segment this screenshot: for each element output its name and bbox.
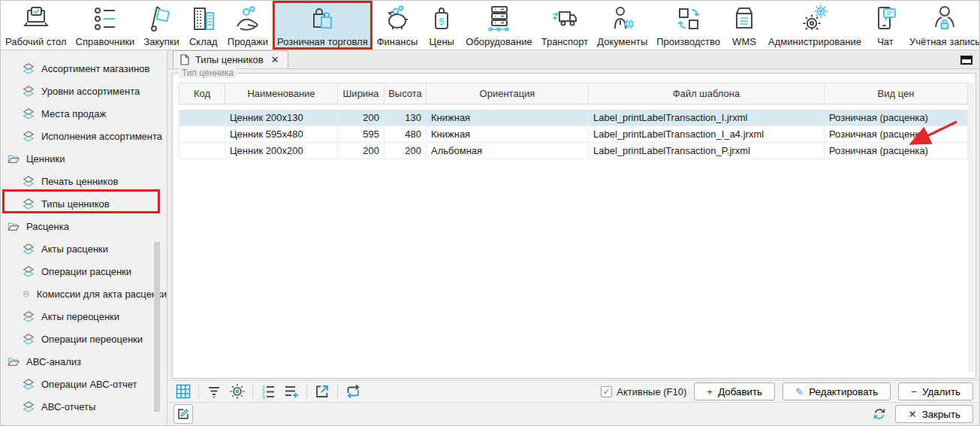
toolbar-item-zakupki[interactable]: Закупки [139,1,183,50]
close-button[interactable]: ✕ Закрыть [895,405,973,423]
layers-icon [23,266,35,277]
refresh-icon[interactable] [870,404,889,424]
sidebar-item-label: Операции расценки [41,266,131,277]
toolbar-item-roznichnaya-torgovlya[interactable]: Розничная торговля [273,1,372,50]
workspace-icon [21,4,51,34]
toolbar-item-wms[interactable]: WMS [725,1,764,50]
grid-view-icon[interactable] [173,382,193,401]
sidebar-item-pechat-tsennikov[interactable]: Печать ценников [1,170,167,192]
toolbar-item-administrirovanie[interactable]: Администрирование [764,1,866,50]
cell-naimenovanie: Ценник 595x480 [225,126,338,142]
toolbar-item-label: Финансы [377,36,418,47]
toolbar-item-label: Справочники [76,36,135,47]
toolbar-item-rabochiy-stol[interactable]: Рабочий стол [1,1,71,50]
toolbar-separator [198,384,199,399]
folder-icon [8,154,20,164]
tab-bar: Типы ценников ✕ [167,50,979,69]
sidebar-item-ispolneniya-assortimenta[interactable]: Исполнения ассортимента [1,125,167,147]
toolbar-item-prodazhi[interactable]: Продажи [223,1,273,50]
column-header-vysota[interactable]: Высота [384,83,427,104]
column-header-naimenovanie[interactable]: Наименование [225,83,338,104]
toolbar-item-finansy[interactable]: Финансы [372,1,423,50]
layers-icon [23,176,35,187]
cell-fayl-shablona: Label_printLabelTransaction_I_a4.jrxml [589,126,825,142]
window-maximize-icon[interactable] [960,56,972,65]
cell-orientatsiya: Альбомная [427,143,589,159]
table-body: Ценник 200x130 200 130 Книжная Label_pri… [179,110,968,159]
sidebar-item-label: АВС-анализ [26,356,81,367]
table-scrollbar-track[interactable] [968,83,974,372]
sidebar-item-assortiment-magazinov[interactable]: Ассортимент магазинов [1,57,167,80]
sidebar-folder-tsenniki[interactable]: Ценники [1,147,167,170]
sidebar-scrollbar-thumb[interactable] [154,242,160,412]
sidebar-item-tipy-tsennikov[interactable]: Типы ценников [1,192,167,215]
tab-tipy-tsennikov[interactable]: Типы ценников ✕ [173,50,288,68]
active-filter-checkbox[interactable]: ✓ Активные (F10) [601,386,686,397]
list-add-icon[interactable] [282,382,301,401]
table-row[interactable]: Ценник 200x200 200 200 Альбомная Label_p… [179,143,968,159]
layers-icon [23,379,35,390]
plus-icon: + [707,386,713,397]
toolbar-item-dokumenty[interactable]: Документы [593,1,652,50]
sidebar-item-komissii-dlya-akta-rastsenki[interactable]: Комиссии для акта расценки [1,282,167,305]
edit-button-label: Редактировать [809,386,878,397]
delete-button[interactable]: − Удалить [898,382,973,400]
table-footer-toolbar: 123 ✓ Активные (F10) + Добавить ✎ Редакт… [167,380,979,402]
sidebar-item-label: Исполнения ассортимента [41,131,162,142]
status-bar: ✕ Закрыть [167,402,979,425]
column-header-fayl-shablona[interactable]: Файл шаблона [589,83,825,104]
sidebar-folder-rastsenka[interactable]: Расценка [1,215,167,237]
sidebar-item-akty-pereotsenki[interactable]: Акты переоценки [1,305,167,328]
toolbar-item-sklad[interactable]: Склад [184,1,223,50]
toolbar-separator [306,384,307,399]
pencil-icon: ✎ [795,386,804,397]
cell-fayl-shablona: Label_printLabelTransaction_I.jrxml [589,110,825,125]
sidebar-item-label: Комиссии для акта расценки [37,289,167,300]
toolbar-item-label: Оборудование [466,36,532,47]
add-button[interactable]: + Добавить [694,382,775,400]
compose-edit-button[interactable] [173,404,193,424]
export-icon[interactable] [312,382,332,401]
edit-button[interactable]: ✎ Редактировать [782,382,891,400]
layers-icon [23,86,35,97]
toolbar-item-chat[interactable]: Чат [866,1,905,50]
column-header-shirina[interactable]: Ширина [338,83,384,104]
toolbar-item-spravochniki[interactable]: Справочники [71,1,140,50]
toolbar-item-uchetnaya-zapis[interactable]: Учётная запись [905,1,979,50]
administration-icon [800,4,830,34]
svg-text:$: $ [439,16,445,27]
toolbar-separator [337,384,338,399]
sidebar-item-operatsii-rastsenki[interactable]: Операции расценки [1,260,167,282]
sidebar-item-akty-rastsenki[interactable]: Акты расценки [1,237,167,260]
table-row[interactable]: Ценник 200x130 200 130 Книжная Label_pri… [179,110,968,126]
sidebar-item-operatsii-abc-otchet[interactable]: Операции АВС-отчет [1,373,167,395]
sidebar-item-label: Акты переоценки [41,311,119,322]
svg-text:3: 3 [262,394,265,400]
column-header-vid-tsen[interactable]: Вид цен [825,83,968,104]
sidebar-item-abc-otchety[interactable]: АВС-отчеты [1,395,167,418]
loop-refresh-icon[interactable] [343,382,363,401]
cell-kod [179,110,225,125]
numbered-list-icon[interactable]: 123 [258,382,278,401]
main-panel: Типы ценников ✕ Тип ценника Код Наименов… [167,50,979,425]
sidebar-item-label: Места продаж [41,108,106,119]
column-header-orientatsiya[interactable]: Ориентация [427,83,589,104]
toolbar-item-oborudovanie[interactable]: Оборудование [461,1,536,50]
sidebar-item-urovni-assortimenta[interactable]: Уровни ассортимента [1,80,167,102]
sidebar-item-label: Типы ценников [41,198,110,210]
table-row[interactable]: Ценник 595x480 595 480 Книжная Label_pri… [179,126,968,143]
layers-icon [23,401,35,412]
footer-actions: ✓ Активные (F10) + Добавить ✎ Редактиров… [601,382,973,400]
column-header-kod[interactable]: Код [179,83,225,104]
filter-icon[interactable] [204,382,224,401]
toolbar-item-tseny[interactable]: $ Цены [422,1,461,50]
sidebar-folder-abc-analiz[interactable]: АВС-анализ [1,350,167,373]
sidebar-item-label: Акты расценки [41,243,108,255]
sidebar-item-mesta-prodazh[interactable]: Места продаж [1,102,167,125]
sidebar-item-operatsii-pereotsenki[interactable]: Операции переоценки [1,328,167,350]
transport-icon [550,4,580,34]
toolbar-item-proizvodstvo[interactable]: Производство [652,1,725,50]
tab-close-icon[interactable]: ✕ [270,54,281,65]
toolbar-item-transport[interactable]: Транспорт [537,1,593,50]
gear-icon[interactable] [228,382,247,401]
